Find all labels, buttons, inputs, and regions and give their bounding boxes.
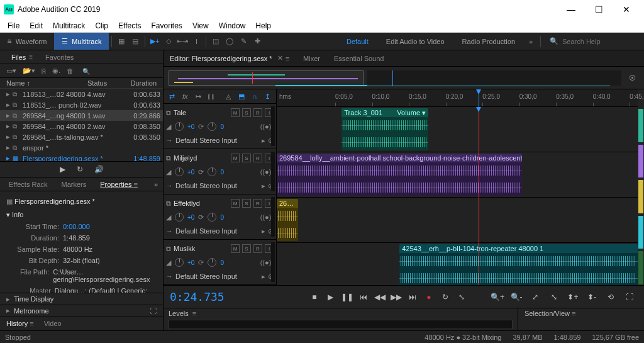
tab-markers[interactable]: Markers [58,181,91,188]
multitrack-mode-button[interactable]: ☰ Multitrack [54,33,109,50]
overview-strip[interactable]: ⦿ [164,67,644,89]
mute-button[interactable]: M [231,199,240,208]
go-start-button[interactable]: ⏮ [355,289,372,305]
zoom-reset-icon[interactable]: ⟲ [602,289,619,305]
window-close-button[interactable]: ✕ [613,0,640,19]
info-start-time[interactable]: 0:00.000 [63,223,90,230]
search-help-input[interactable] [562,38,638,45]
track-input-label[interactable]: Default Stereo Input [175,182,237,189]
file-row[interactable]: ▸⧉269584_…ng 48000 1.wav0:29.866 [0,110,163,121]
open-file-icon[interactable]: 📂▾ [23,67,35,75]
pan-value[interactable]: 0 [220,123,224,130]
tool-pitch-icon[interactable]: ▤ [128,35,142,48]
menu-file[interactable]: File [3,21,25,30]
tool-move-icon[interactable]: ▶+ [148,35,162,48]
volume-knob[interactable] [175,213,184,222]
skip-selection-button[interactable]: ⤡ [453,289,470,305]
overview-zoom-icon[interactable]: ⦿ [625,71,639,85]
properties-more-icon[interactable]: » [154,181,158,188]
workspace-more-icon[interactable]: » [524,35,538,48]
track-header[interactable]: ⧉ Tale M S R I ◢+0 ⟳0 ((●)) → Default St… [164,104,276,149]
track-lane[interactable]: 269584__lofly__ambient-poolhall school-b… [277,152,638,198]
tool-time-icon[interactable]: I [189,35,203,48]
zoom-toggle-icon[interactable]: ⛶ [621,289,638,305]
track-name[interactable]: Miljølyd [174,154,228,162]
panel-menu-icon[interactable]: ≡ [29,53,33,60]
menu-favorites[interactable]: Favorites [147,21,187,30]
pause-button[interactable]: ❚❚ [339,289,355,305]
pan-knob[interactable] [208,167,216,176]
zoom-out-icon[interactable]: 🔍- [508,289,525,305]
tool-brush-icon[interactable]: ✎ [236,35,250,48]
tool-slip-icon[interactable]: ⇤⇥ [175,35,189,48]
volume-knob[interactable] [175,167,184,176]
zoom-out-v-icon[interactable]: ⬍- [584,289,600,305]
tab-history[interactable]: History ≡ [6,320,34,327]
pan-value[interactable]: 0 [220,259,224,266]
overview-visible-range[interactable] [169,70,364,86]
metronome-icon[interactable]: ◬ [224,93,233,101]
workspace-edit-audio-video[interactable]: Edit Audio to Video [377,38,453,45]
trash-icon[interactable]: 🗑 [67,67,74,75]
audio-clip[interactable]: 26… [277,199,298,241]
audio-clip[interactable]: Track 3_001Volume ▾ [341,108,428,150]
arm-record-button[interactable]: R [253,244,262,253]
audio-clip[interactable]: 42543__erh__p-bII-104-tron-repeater 4800… [399,244,638,285]
menu-edit[interactable]: Edit [25,21,48,30]
clip-automation-label[interactable]: Volume ▾ [397,109,426,117]
track-header[interactable]: ⧉ Miljølyd M S R I ◢+0 ⟳0 ((●)) → Defaul… [164,149,276,194]
pan-knob[interactable] [208,258,216,267]
sends-icon[interactable]: ↦ [194,93,203,101]
menu-effects[interactable]: Effects [113,21,146,30]
eq-icon[interactable]: ⫿⫿ [207,93,216,100]
track-header[interactable]: ⧉ Musikk M S R I ◢+0 ⟳0 ((●)) → Default … [164,240,276,285]
preview-play-icon[interactable]: ▶ [60,165,65,174]
zoom-full-icon[interactable]: ⤢ [527,289,543,305]
search-help[interactable]: 🔍 [543,37,644,45]
toggle-loop-icon[interactable]: ⇄ [167,93,177,101]
rewind-button[interactable]: ◀◀ [372,289,388,305]
volume-value[interactable]: +0 [187,259,194,266]
waveform-mode-button[interactable]: ≋ Waveform [0,33,54,50]
tab-favorites[interactable]: Favorites [39,50,80,64]
snap-icon[interactable]: ⬒ [236,93,246,101]
track-name[interactable]: Tale [174,109,228,116]
playhead-return-icon[interactable]: ↥ [263,93,272,101]
track-name[interactable]: Musikk [174,245,228,252]
file-row[interactable]: ▸⧉269584_…ng 48000 2.wav0:08.350 [0,121,163,132]
solo-button[interactable]: S [242,199,251,208]
metronome-settings-icon[interactable]: ⛶ [150,307,157,315]
time-ruler[interactable]: hms 0:05,00:10,00:15,00:20,00:25,00:30,0… [277,89,638,107]
zoom-sel-icon[interactable]: ⤡ [546,289,562,305]
mute-button[interactable]: M [231,244,240,253]
volume-knob[interactable] [175,122,184,131]
pan-knob[interactable] [208,213,216,222]
window-minimize-button[interactable]: — [557,0,585,19]
close-icon[interactable]: ✕ [277,54,283,62]
accordion-time-display[interactable]: ▸Time Display [0,293,163,305]
file-row[interactable]: ▸⧉269584_…ts-talking.wav *0:08.350 [0,132,163,142]
tab-files[interactable]: Files ≡ [5,50,39,64]
file-row[interactable]: ▸▦Flersporsredigering.sesx *1:48.859 [0,153,163,161]
arm-record-button[interactable]: R [253,108,262,117]
import-icon[interactable]: ⎘ [42,67,46,75]
menu-window[interactable]: Window [214,21,251,30]
tool-razor-icon[interactable]: ◇ [162,35,175,48]
volume-value[interactable]: +0 [187,169,194,176]
volume-value[interactable]: +0 [187,123,194,130]
tool-lasso-icon[interactable]: ◯ [223,35,236,48]
cti-marker[interactable] [479,89,479,107]
preview-autoplay-icon[interactable]: 🔊 [94,165,104,174]
track-header[interactable]: ⧉ Effektlyd M S R I ◢+0 ⟳0 ((●)) → Defau… [164,194,276,240]
stop-button[interactable]: ■ [306,289,323,305]
forward-button[interactable]: ▶▶ [388,289,404,305]
volume-knob[interactable] [175,258,184,267]
solo-button[interactable]: S [242,244,251,253]
preview-loop-icon[interactable]: ↻ [77,165,83,174]
track-lane[interactable]: 26… [277,198,638,243]
col-duration[interactable]: Duration [119,79,157,87]
file-row[interactable]: ▸⧉118513_… punch-02.wav0:00.633 [0,99,163,110]
record-icon[interactable]: ◉. [52,67,60,75]
zoom-in-v-icon[interactable]: ⬍+ [565,289,581,305]
timecode-display[interactable]: 0:24.735 [170,290,277,303]
